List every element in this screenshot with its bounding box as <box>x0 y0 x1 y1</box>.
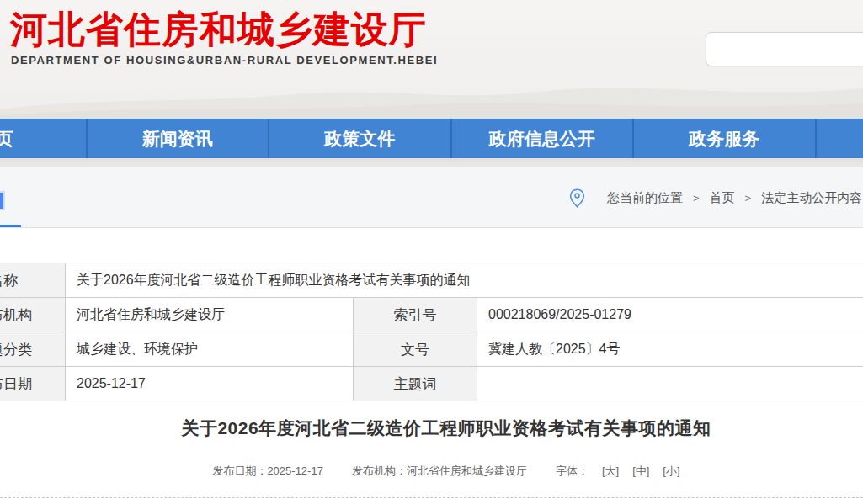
info-value-doc-number: 冀建人教〔2025〕4号 <box>477 332 863 367</box>
info-label-publish-date: 发布日期 <box>0 367 66 401</box>
info-value-keywords <box>477 367 863 401</box>
site-header: 河北省住房和城乡建设厅 DEPARTMENT OF HOUSING&URBAN-… <box>0 0 863 119</box>
breadcrumb: 您当前的位置 > 首页 > 法定主动公开内容> <box>569 167 863 228</box>
breadcrumb-category-link[interactable]: 法定主动公开内容 <box>761 190 862 206</box>
publish-date: 发布日期：2025-12-17 <box>212 464 323 479</box>
breadcrumb-separator: > <box>693 192 700 204</box>
nav-item-news[interactable]: 新闻资讯 <box>88 119 270 158</box>
content-divider <box>0 497 863 498</box>
info-label-keywords: 主题词 <box>354 367 477 401</box>
nav-item-extra[interactable] <box>817 119 863 158</box>
nav-item-info-disclosure[interactable]: 政府信息公开 <box>452 119 635 158</box>
info-label-topic-category: 主题分类 <box>0 332 66 367</box>
table-row: 发布日期 2025-12-17 主题词 <box>0 367 863 401</box>
mountain-decoration <box>0 63 863 119</box>
nav-item-gov-services[interactable]: 政务服务 <box>634 119 817 158</box>
search-input[interactable] <box>706 32 863 66</box>
section-active-underline <box>0 225 21 227</box>
publisher-value: 河北省住房和城乡建设厅 <box>407 464 527 477</box>
info-label-index-number: 索引号 <box>354 298 477 332</box>
info-label-publisher: 发布机构 <box>0 298 66 332</box>
article-title: 关于2026年度河北省二级造价工程师职业资格考试有关事项的通知 <box>0 416 863 440</box>
font-size-large-button[interactable]: [大] <box>602 464 619 479</box>
header-band-decoration <box>0 158 863 167</box>
font-size-small-button[interactable]: [小] <box>663 464 679 479</box>
nav-item-policy[interactable]: 政策文件 <box>269 119 452 158</box>
table-row: 发布机构 河北省住房和城乡建设厅 索引号 000218069/2025-0127… <box>0 298 863 332</box>
breadcrumb-separator: > <box>745 192 752 204</box>
font-sizer-label: 字体： <box>556 464 589 479</box>
breadcrumb-section: 您当前的位置 > 首页 > 法定主动公开内容> <box>0 167 863 228</box>
info-label-doc-number: 文号 <box>354 332 477 367</box>
publisher-label: 发布机构： <box>352 464 407 477</box>
font-sizer: 字体： [大] [中] [小] <box>556 464 680 479</box>
info-value-topic-category: 城乡建设、环境保护 <box>66 332 354 367</box>
publisher: 发布机构：河北省住房和城乡建设厅 <box>352 464 527 479</box>
nav-item-home[interactable]: 首页 <box>0 119 88 158</box>
breadcrumb-location-label: 您当前的位置 <box>607 190 683 206</box>
font-size-medium-button[interactable]: [中] <box>632 464 649 479</box>
table-row: 名称 关于2026年度河北省二级造价工程师职业资格考试有关事项的通知 <box>0 263 863 298</box>
info-label-name: 名称 <box>0 263 66 298</box>
table-row: 主题分类 城乡建设、环境保护 文号 冀建人教〔2025〕4号 <box>0 332 863 367</box>
info-value-index-number: 000218069/2025-01279 <box>477 298 863 332</box>
publish-date-value: 2025-12-17 <box>267 464 323 477</box>
location-pin-icon <box>569 188 585 208</box>
main-navigation: 首页 新闻资讯 政策文件 政府信息公开 政务服务 <box>0 119 863 158</box>
site-subtitle: DEPARTMENT OF HOUSING&URBAN-RURAL DEVELO… <box>11 54 438 66</box>
article-header: 关于2026年度河北省二级造价工程师职业资格考试有关事项的通知 发布日期：202… <box>0 416 863 479</box>
article-meta: 发布日期：2025-12-17 发布机构：河北省住房和城乡建设厅 字体： [大]… <box>0 464 863 479</box>
site-title: 河北省住房和城乡建设厅 <box>10 5 427 55</box>
document-info-table: 名称 关于2026年度河北省二级造价工程师职业资格考试有关事项的通知 发布机构 … <box>0 263 863 401</box>
section-accent-bar <box>0 193 3 209</box>
info-value-publish-date: 2025-12-17 <box>66 367 354 401</box>
publish-date-label: 发布日期： <box>212 464 267 477</box>
info-value-name: 关于2026年度河北省二级造价工程师职业资格考试有关事项的通知 <box>66 263 863 298</box>
breadcrumb-home-link[interactable]: 首页 <box>710 190 735 206</box>
info-value-publisher: 河北省住房和城乡建设厅 <box>66 298 354 332</box>
